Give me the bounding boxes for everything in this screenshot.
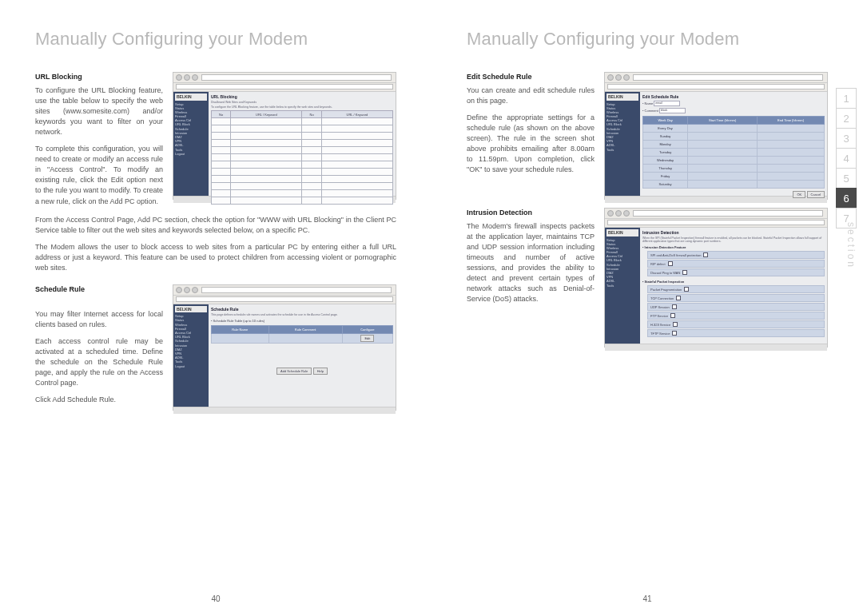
screenshot-intrusion: BELKIN SetupStatusWirelessFirewallAccess… — [604, 208, 828, 348]
body-text: To configure the URL Blocking feature, u… — [35, 85, 163, 137]
body-text: Click Add Schedule Rule. — [35, 395, 163, 405]
page-left: Manually Configuring your Modem URL Bloc… — [0, 0, 432, 616]
url-blocking-heading: URL Blocking — [35, 72, 163, 82]
edit-schedule-heading: Edit Schedule Rule — [467, 72, 595, 82]
page-number: 40 — [211, 594, 220, 603]
section-tab-2[interactable]: 2 — [836, 108, 857, 128]
body-text: The Modem allows the user to block acces… — [35, 242, 396, 273]
section-tab-4[interactable]: 4 — [836, 148, 857, 168]
section-nav: 1 2 3 4 5 6 7 — [836, 88, 857, 229]
screenshot-schedule-rule: BELKIN SetupStatusWirelessFirewallAccess… — [173, 284, 396, 411]
body-text: Each access control rule may be activate… — [35, 336, 163, 388]
section-label: section — [845, 222, 857, 269]
page-right: Manually Configuring your Modem Edit Sch… — [432, 0, 863, 616]
screenshot-edit-schedule: BELKIN SetupStatusWirelessFirewallAccess… — [604, 72, 828, 200]
body-text: Define the appropriate settings for a sc… — [467, 113, 595, 175]
body-text: From the Access Control Page, Add PC sec… — [35, 215, 396, 236]
page-title: Manually Configuring your Modem — [467, 29, 828, 50]
body-text: The Modem's firewall inspects packets at… — [467, 221, 595, 304]
section-tab-6[interactable]: 6 — [836, 188, 857, 208]
section-tab-3[interactable]: 3 — [836, 128, 857, 148]
page-title: Manually Configuring your Modem — [35, 29, 396, 50]
section-tab-1[interactable]: 1 — [836, 88, 857, 108]
body-text: You can create and edit schedule rules o… — [467, 85, 595, 106]
body-text: To complete this configuration, you will… — [35, 144, 163, 206]
screenshot-url-blocking: BELKIN SetupStatusWirelessFirewallAccess… — [173, 72, 396, 200]
section-tab-5[interactable]: 5 — [836, 168, 857, 188]
intrusion-heading: Intrusion Detection — [467, 208, 595, 218]
schedule-rule-heading: Schedule Rule — [35, 284, 163, 295]
page-number: 41 — [642, 594, 651, 603]
body-text: You may filter Internet access for local… — [35, 309, 163, 330]
